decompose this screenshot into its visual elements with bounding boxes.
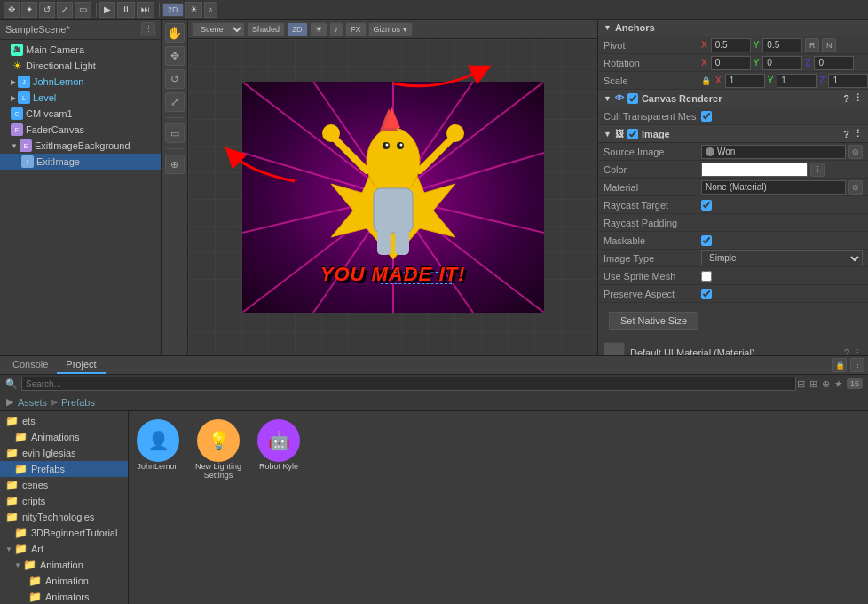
lock-btn[interactable]: 🔒 [832, 358, 847, 372]
asset-tile-johnlemon[interactable]: 👤 JohnLemon [134, 417, 182, 482]
move-tool[interactable]: ✥ [165, 46, 185, 66]
breadcrumb-assets[interactable]: Assets [18, 397, 47, 408]
color-eyedrop-btn[interactable]: ⋮ [810, 163, 825, 177]
image-help-btn[interactable]: ? [843, 129, 849, 139]
scene-view-select[interactable]: Scene [192, 22, 245, 36]
raycast-target-value [701, 200, 863, 211]
eye-icon: 👁 [615, 93, 624, 103]
lighting-btn[interactable]: ☀ [185, 2, 202, 18]
asset-main: 👤 JohnLemon 💡 New Lighting Settings 🤖 Ro… [129, 411, 868, 604]
maskable-cb[interactable] [701, 235, 712, 246]
gizmos-btn[interactable]: Gizmos ▾ [368, 22, 413, 36]
star-btn[interactable]: ★ [833, 378, 844, 391]
asset-tile-lighting[interactable]: 💡 New Lighting Settings [189, 417, 248, 482]
extra-tool[interactable]: ⊕ [165, 155, 185, 174]
toolbar-rect-btn[interactable]: ▭ [75, 2, 91, 18]
rotation-y-field[interactable] [762, 56, 802, 70]
hier-item-dir-light[interactable]: ☀ Directional Light [0, 58, 161, 74]
hier-item-exitimage-bg[interactable]: ▼ E ExitImageBackground [0, 138, 161, 154]
toolbar-hand-btn[interactable]: ✥ [4, 2, 20, 18]
hier-item-level[interactable]: ▶ L Level [0, 90, 161, 106]
canvas-enabled-cb[interactable] [627, 93, 638, 104]
hierarchy-menu-btn[interactable]: ⋮ [141, 22, 155, 36]
image-section-header[interactable]: ▼ 🖼 Image ? ⋮ [598, 125, 868, 143]
breadcrumb-prefabs[interactable]: Prefabs [61, 397, 95, 408]
hier-item-exitimage[interactable]: I ExitImage [0, 154, 161, 170]
expand-sidebar-btn[interactable]: ▶ [5, 395, 14, 409]
pivot-x-field[interactable] [711, 38, 751, 52]
source-image-pick-btn[interactable]: ⊙ [848, 145, 863, 159]
asset-sidebar-animations[interactable]: 📁 Animations [0, 429, 128, 445]
hier-item-fader-canvas[interactable]: F FaderCanvas [0, 122, 161, 138]
bottom-toolbar-right: ⊟ ⊞ ⊕ ★ 15 [796, 378, 863, 391]
material-pick-btn[interactable]: ⊙ [848, 180, 863, 195]
hier-item-main-camera[interactable]: 🎥 Main Camera [0, 42, 161, 58]
asset-sidebar-animators[interactable]: 📁 Animators [0, 589, 128, 604]
viewport-content[interactable]: YOU MADE IT! [188, 39, 597, 355]
rotate-tool[interactable]: ↺ [165, 69, 185, 89]
set-native-size-btn[interactable]: Set Native Size [609, 312, 698, 330]
rotation-z-field[interactable] [814, 56, 854, 70]
asset-sidebar-cenes[interactable]: 📁 cenes [0, 477, 128, 493]
tab-menu-btn[interactable]: ⋮ [850, 358, 864, 372]
canvas-help-btn[interactable]: ? [843, 93, 849, 104]
scale-y-field[interactable] [777, 74, 817, 88]
fx-btn[interactable]: FX [345, 22, 367, 36]
scale-z-field[interactable] [828, 74, 868, 88]
asset-sidebar-unity[interactable]: 📁 nityTechnologies [0, 509, 128, 525]
asset-sidebar-animation-group[interactable]: ▼ 📁 Animation [0, 557, 128, 573]
pivot-y-field[interactable] [762, 38, 802, 52]
material-field[interactable]: None (Material) [701, 180, 846, 195]
image-menu-btn[interactable]: ⋮ [853, 128, 863, 139]
toolbar-move-btn[interactable]: ✦ [21, 2, 37, 18]
image-type-dropdown[interactable]: Simple Sliced Tiled Filled [701, 250, 863, 266]
asset-sidebar-kevin[interactable]: 📁 evin Iglesias [0, 445, 128, 461]
asset-sidebar-animation[interactable]: 📁 Animation [0, 573, 128, 589]
filter-btn[interactable]: ⊕ [821, 378, 831, 391]
image-enabled-cb[interactable] [627, 129, 638, 139]
audio-scene-btn[interactable]: ♪ [329, 22, 344, 36]
shading-mode-btn[interactable]: Shaded [247, 22, 285, 36]
anchor-presets-btn[interactable]: R [805, 38, 819, 52]
expand-btn[interactable]: ⊞ [809, 378, 818, 391]
cull-checkbox[interactable] [701, 111, 712, 122]
scale-x-field[interactable] [725, 74, 765, 88]
lights-btn[interactable]: ☀ [310, 22, 327, 36]
asset-sidebar-ets[interactable]: 📁 ets [0, 413, 128, 429]
top-toolbar: ✥ ✦ ↺ ⤢ ▭ ▶ ⏸ ⏭ 2D ☀ ♪ [0, 0, 868, 20]
toolbar-scale-btn[interactable]: ⤢ [57, 2, 73, 18]
asset-sidebar-cripts[interactable]: 📁 cripts [0, 493, 128, 509]
rect-tool[interactable]: ▭ [165, 123, 185, 143]
anchors-section-header[interactable]: ▼ Anchors [598, 20, 868, 36]
pause-btn[interactable]: ⏸ [117, 2, 135, 18]
audio-btn[interactable]: ♪ [204, 2, 217, 18]
step-btn[interactable]: ⏭ [137, 2, 154, 18]
raycast-target-cb[interactable] [701, 200, 712, 211]
asset-tile-robot[interactable]: 🤖 Robot Kyle [255, 417, 303, 482]
collapse-btn[interactable]: ⊟ [796, 378, 806, 391]
2d-mode-btn[interactable]: 2D [287, 22, 308, 36]
use-sprite-mesh-cb[interactable] [701, 271, 712, 282]
asset-sidebar-3d-beginner[interactable]: 📁 3DBeginnertTutorial [0, 525, 128, 541]
canvas-renderer-header[interactable]: ▼ 👁 Canvas Renderer ? ⋮ [598, 90, 868, 107]
hier-item-cm-vcam1[interactable]: C CM vcam1 [0, 106, 161, 122]
preserve-aspect-cb[interactable] [701, 289, 712, 299]
hier-item-johnlemon[interactable]: ▶ J JohnLemon [0, 74, 161, 90]
hand-tool[interactable]: ✋ [165, 23, 185, 43]
rotation-x-field[interactable] [711, 56, 751, 70]
2d-toggle[interactable]: 2D [162, 3, 184, 17]
source-image-field[interactable]: Won [701, 145, 846, 159]
tab-console[interactable]: Console [4, 356, 57, 374]
color-swatch[interactable] [701, 163, 808, 177]
canvas-menu-btn[interactable]: ⋮ [853, 92, 863, 104]
play-btn[interactable]: ▶ [99, 2, 115, 18]
material-menu-icon[interactable]: ⋮ [853, 347, 863, 356]
asset-sidebar-prefabs[interactable]: 📁 Prefabs [0, 461, 128, 477]
search-input[interactable] [21, 377, 796, 391]
tab-project[interactable]: Project [57, 356, 105, 374]
anchor-extra-btn[interactable]: N [822, 38, 836, 52]
scale-tool[interactable]: ⤢ [165, 92, 185, 112]
toolbar-rotate-btn[interactable]: ↺ [39, 2, 55, 18]
material-help-icon[interactable]: ? [844, 347, 849, 355]
asset-sidebar-art[interactable]: ▼ 📁 Art [0, 541, 128, 557]
